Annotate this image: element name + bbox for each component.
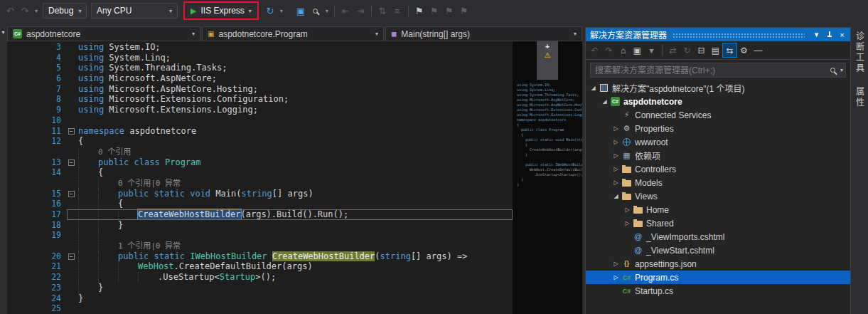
line-number[interactable]: 6	[7, 73, 67, 84]
solution-platform-dropdown[interactable]: Any CPU ▾	[91, 3, 178, 19]
live-unit-testing-icon[interactable]: ▣	[294, 4, 308, 18]
preview-selected-items-icon[interactable]: —	[751, 43, 765, 57]
code-text[interactable]: using Microsoft.Extensions.Configuration…	[78, 94, 513, 105]
tree-item[interactable]: @_ViewImports.cshtml	[586, 230, 850, 244]
line-number[interactable]: 17	[7, 209, 67, 220]
move-lines-icon[interactable]: ⇅	[375, 4, 390, 18]
code-text[interactable]: {	[78, 167, 513, 178]
search-icon[interactable]	[827, 64, 840, 77]
code-search-icon[interactable]	[309, 4, 323, 18]
line-number[interactable]: 5	[7, 63, 67, 73]
minimap-scrollbar[interactable]: + ⚠ using System.IO;using System.Linq;us…	[513, 41, 582, 314]
start-debugging-button[interactable]: ▶ IIS Express ▾	[186, 4, 257, 18]
solution-explorer-titlebar[interactable]: 解决方案资源管理器 ▾×	[586, 28, 850, 41]
code-text[interactable]: using System.Linq;	[78, 53, 513, 63]
tree-item[interactable]: ▷Shared	[586, 216, 850, 230]
next-bookmark-icon[interactable]: ⚑	[442, 4, 456, 18]
code-text[interactable]: .UseStartup<Startup>();	[78, 272, 513, 283]
code-text[interactable]: using Microsoft.AspNetCore.Hosting;	[78, 84, 513, 95]
code-text[interactable]	[78, 115, 513, 126]
tree-item[interactable]: ⚡Connected Services	[586, 108, 850, 122]
expand-arrow-icon[interactable]: ▷	[611, 139, 621, 145]
chevron-down-icon[interactable]: ▼	[1, 30, 6, 35]
tree-item[interactable]: ▷Models	[586, 176, 850, 189]
line-number[interactable]: 9	[7, 105, 67, 115]
line-number[interactable]: 7	[7, 84, 67, 95]
line-number[interactable]: 14	[7, 167, 67, 178]
line-number[interactable]: 3	[7, 42, 67, 53]
expand-arrow-icon[interactable]: ▷	[611, 261, 621, 267]
code-text[interactable]: }	[78, 220, 513, 231]
collapse-arrow-icon[interactable]: ◢	[589, 85, 598, 91]
expand-arrow-icon[interactable]: ▷	[611, 152, 621, 159]
expand-arrow-icon[interactable]: ▷	[611, 166, 621, 172]
window-position-icon[interactable]: ▾	[810, 28, 823, 41]
line-number[interactable]: 20	[7, 251, 67, 262]
codelens-text[interactable]: 1 个引用|0 异常	[78, 241, 513, 251]
tree-item[interactable]: ▷▦依赖项	[586, 149, 850, 162]
tree-item[interactable]: @_ViewStart.cshtml	[586, 244, 850, 257]
collapse-all-icon[interactable]: ⊟	[695, 43, 708, 57]
codelens-label[interactable]: 0 个引用	[98, 147, 131, 157]
code-text[interactable]: public static IWebHostBuilder CreateWebH…	[78, 251, 513, 262]
code-text[interactable]: using System.IO;	[78, 42, 513, 53]
code-text[interactable]: WebHost.CreateDefaultBuilder(args)	[78, 261, 513, 272]
solution-configuration-dropdown[interactable]: Debug ▾	[43, 3, 87, 19]
code-text[interactable]: }	[78, 283, 513, 293]
auto-hide-pin-icon[interactable]	[823, 28, 835, 41]
line-number[interactable]: 22	[7, 272, 67, 283]
code-editor[interactable]: 3using System.IO;4using System.Linq;5usi…	[7, 41, 513, 314]
fold-toggle-icon[interactable]: −	[68, 253, 75, 260]
switch-views-icon[interactable]: ▣	[631, 43, 644, 57]
line-number[interactable]	[7, 241, 67, 251]
code-search-dropdown-icon[interactable]: ▾	[323, 4, 331, 18]
navigate-forward-icon[interactable]: ↷	[18, 4, 32, 18]
expand-arrow-icon[interactable]: ▷	[623, 220, 632, 226]
increase-indent-icon[interactable]: ⇥	[353, 4, 368, 18]
line-number[interactable]: 25	[7, 303, 67, 314]
tree-item[interactable]: ▷{}appsettings.json	[586, 257, 850, 271]
browser-link-dropdown-icon[interactable]: ▾	[278, 4, 285, 18]
code-text[interactable]: using Microsoft.AspNetCore;	[78, 73, 513, 84]
expand-arrow-icon[interactable]: ▷	[611, 125, 621, 132]
search-input[interactable]	[593, 66, 827, 75]
forward-icon[interactable]: ↷	[602, 43, 616, 57]
tree-item[interactable]: ◢Views	[586, 189, 850, 203]
refresh-icon[interactable]: ↻	[680, 43, 694, 57]
line-number[interactable]: 10	[7, 115, 67, 126]
line-number[interactable]: 16	[7, 199, 67, 209]
code-text[interactable]: public static void Main(string[] args)	[78, 189, 513, 199]
tree-item[interactable]: ▷C#Program.cs	[586, 271, 850, 284]
split-handle-icon[interactable]: +	[545, 43, 550, 51]
toggle-bookmark-icon[interactable]: ⚑	[412, 4, 427, 18]
type-dropdown[interactable]: ▣ aspdotnetcore.Program ▾	[202, 26, 384, 41]
line-number[interactable]: 4	[7, 53, 67, 63]
code-text[interactable]: {	[78, 136, 513, 147]
expand-arrow-icon[interactable]: ▷	[611, 179, 621, 186]
tree-item[interactable]: ◢C#aspdotnetcore	[586, 95, 850, 108]
navigate-backward-icon[interactable]: ↶	[3, 4, 17, 18]
decrease-indent-icon[interactable]: ⇤	[338, 4, 353, 18]
pending-changes-filter-icon[interactable]: ⇄	[666, 43, 680, 57]
line-number[interactable]: 19	[7, 230, 67, 241]
toggle-comment-icon[interactable]: ≡	[390, 4, 404, 18]
codelens-label[interactable]: 0 个引用|0 异常	[118, 179, 181, 188]
side-tab[interactable]: 诊断工具	[854, 31, 866, 74]
clear-bookmarks-icon[interactable]: ⚑	[457, 4, 471, 18]
line-number[interactable]: 8	[7, 94, 67, 105]
codelens-text[interactable]: 0 个引用	[78, 147, 513, 157]
navigation-dropdown-icon[interactable]: ▾	[33, 4, 40, 18]
code-text[interactable]: namespace aspdotnetcore	[78, 126, 513, 137]
back-icon[interactable]: ↶	[588, 43, 601, 57]
code-text[interactable]: public class Program	[78, 157, 513, 168]
expand-arrow-icon[interactable]: ▷	[611, 274, 621, 281]
expand-arrow-icon[interactable]: ▷	[623, 206, 632, 213]
line-number[interactable]: 15	[7, 189, 67, 199]
fold-toggle-icon[interactable]: −	[68, 191, 75, 197]
line-number[interactable]: 18	[7, 220, 67, 231]
home-icon[interactable]: ⌂	[616, 43, 630, 57]
code-text[interactable]: }	[78, 293, 513, 304]
line-number[interactable]: 21	[7, 261, 67, 272]
codelens-text[interactable]: 0 个引用|0 异常	[78, 178, 513, 189]
switch-views-dropdown-icon[interactable]: ▾	[645, 43, 658, 57]
